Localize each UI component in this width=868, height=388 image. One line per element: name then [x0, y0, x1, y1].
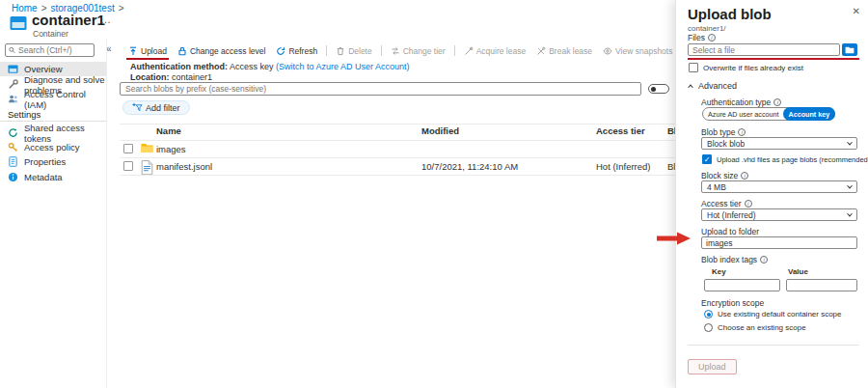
sidebar-item-label: Access Control (IAM)	[24, 89, 106, 110]
sidebar-search[interactable]	[5, 43, 95, 57]
encryption-option-existing[interactable]: Choose an existing scope	[704, 323, 806, 332]
add-filter-label: Add filter	[146, 103, 180, 113]
info-icon: i	[773, 98, 781, 106]
info-icon: i	[760, 256, 768, 263]
authentication-info: Authentication method: Access key (Switc…	[130, 62, 410, 83]
break-lease-icon	[536, 46, 546, 56]
upload-button[interactable]: Upload	[126, 44, 169, 58]
tag-key-input[interactable]	[709, 281, 775, 291]
command-bar: Upload Change access level Refresh Delet…	[126, 42, 765, 59]
add-filter-button[interactable]: Add filter	[122, 100, 190, 115]
vhd-checkbox[interactable]: ✓ Upload .vhd files as page blobs (recom…	[702, 154, 868, 164]
container-icon	[8, 64, 18, 74]
row-checkbox[interactable]	[123, 144, 133, 153]
encryption-option-default[interactable]: Use existing default container scope	[704, 310, 842, 319]
token-icon	[8, 127, 18, 138]
overwrite-label: Overwrite if files already exist	[703, 64, 803, 72]
tags-key-header: Key	[712, 267, 726, 276]
panel-divider	[688, 345, 859, 346]
panel-upload-button[interactable]: Upload	[688, 359, 737, 374]
sidebar-main-divider	[106, 39, 107, 388]
view-snapshots-button: View snapshots	[601, 44, 674, 58]
column-header-modified[interactable]: Modified	[421, 125, 459, 136]
blob-name[interactable]: manifest.jsonl	[156, 161, 212, 172]
sidebar-item-access-control[interactable]: Access Control (IAM)	[0, 92, 106, 106]
file-required-underline	[688, 58, 859, 60]
refresh-button[interactable]: Refresh	[274, 44, 319, 58]
switch-auth-link[interactable]: (Switch to Azure AD User Account)	[276, 62, 410, 71]
advanced-section-toggle[interactable]: Advanced	[689, 81, 737, 91]
row-checkbox[interactable]	[123, 161, 133, 171]
upload-to-folder-field[interactable]	[701, 236, 857, 249]
block-size-select[interactable]: 4 MB	[701, 180, 857, 193]
encryption-option-label: Use existing default container scope	[718, 310, 842, 319]
chevron-down-icon	[847, 182, 853, 188]
panel-subtitle: container1/	[688, 24, 726, 33]
page-subtitle: Container	[33, 29, 68, 39]
delete-button: Delete	[334, 44, 374, 58]
panel-title: Upload blob	[688, 6, 772, 22]
location-value: container1	[172, 72, 212, 82]
auth-method-label: Authentication method:	[130, 62, 228, 71]
radio-selected[interactable]	[704, 310, 713, 319]
checkbox-checked[interactable]: ✓	[702, 154, 712, 164]
breadcrumb-separator: >	[119, 3, 124, 14]
tag-value-input[interactable]	[791, 281, 853, 291]
close-icon[interactable]: ✕	[853, 6, 860, 16]
auth-option-account-key[interactable]: Account key	[783, 107, 836, 121]
add-filter-icon	[132, 102, 143, 113]
sidebar-item-shared-access-tokens[interactable]: Shared access tokens	[0, 125, 106, 140]
encryption-scope-label: Encryption scope	[701, 298, 764, 308]
sidebar-item-label: Overview	[24, 64, 63, 74]
trash-icon	[336, 46, 345, 56]
blob-search-input[interactable]	[125, 84, 636, 94]
auth-type-toggle[interactable]: Azure AD user account Account key	[702, 107, 835, 121]
sidebar-item-metadata[interactable]: Metadata	[0, 170, 106, 184]
auth-method-value: Access key	[230, 62, 274, 71]
toggle-knob	[651, 87, 656, 92]
access-tier-select[interactable]: Hot (Inferred)	[701, 208, 857, 221]
break-lease-button: Break lease	[534, 44, 594, 58]
browse-files-button[interactable]	[842, 43, 857, 56]
azure-portal-screen: Home>storage001test> container1 … Contai…	[0, 0, 868, 388]
info-icon	[8, 172, 18, 182]
blob-type-select[interactable]: Block blob	[701, 137, 857, 150]
show-deleted-toggle[interactable]	[648, 84, 669, 94]
vhd-label: Upload .vhd files as page blobs (recomme…	[717, 155, 868, 164]
sidebar-section-settings: Settings	[8, 109, 104, 120]
overwrite-checkbox[interactable]: Overwrite if files already exist	[689, 63, 803, 72]
blob-index-tags-label: Blob index tagsi	[701, 255, 768, 264]
upload-icon	[128, 46, 138, 56]
acquire-lease-button: Acquire lease	[462, 44, 529, 58]
document-icon	[8, 156, 18, 167]
file-select-field[interactable]	[688, 43, 840, 56]
column-header-name[interactable]: Name	[156, 125, 181, 136]
sidebar-item-access-policy[interactable]: Access policy	[0, 140, 106, 154]
blob-search-box[interactable]	[120, 82, 641, 96]
column-header-access-tier[interactable]: Access tier	[596, 125, 645, 136]
checkbox-unchecked[interactable]	[689, 63, 698, 72]
upload-to-folder-label: Upload to folder	[701, 227, 759, 236]
info-icon: i	[741, 172, 748, 180]
change-access-level-button[interactable]: Change access level	[176, 44, 267, 58]
tag-key-field[interactable]	[704, 279, 780, 291]
radio-unselected[interactable]	[704, 323, 713, 332]
blob-type-label: Blob typei	[701, 127, 746, 137]
info-icon: i	[745, 200, 752, 208]
blob-name[interactable]: images	[156, 144, 186, 154]
chevron-up-icon	[688, 85, 693, 91]
toolbar-separator	[381, 45, 382, 56]
auth-option-azure-ad[interactable]: Azure AD user account	[703, 110, 784, 119]
auth-type-label: Authentication typei	[701, 97, 781, 107]
sidebar-search-input[interactable]	[18, 45, 91, 55]
toolbar-separator	[454, 45, 455, 56]
more-menu-button[interactable]: …	[100, 14, 112, 25]
search-icon	[9, 46, 15, 54]
file-select-input[interactable]	[692, 45, 835, 55]
sidebar-item-properties[interactable]: Properties	[0, 154, 106, 169]
upload-blob-panel: Upload blob ✕ container1/ Filesi Overwri…	[675, 0, 868, 388]
folder-icon	[141, 143, 153, 154]
tag-value-field[interactable]	[786, 279, 857, 291]
lock-icon	[177, 46, 187, 56]
upload-to-folder-input[interactable]	[706, 238, 853, 248]
